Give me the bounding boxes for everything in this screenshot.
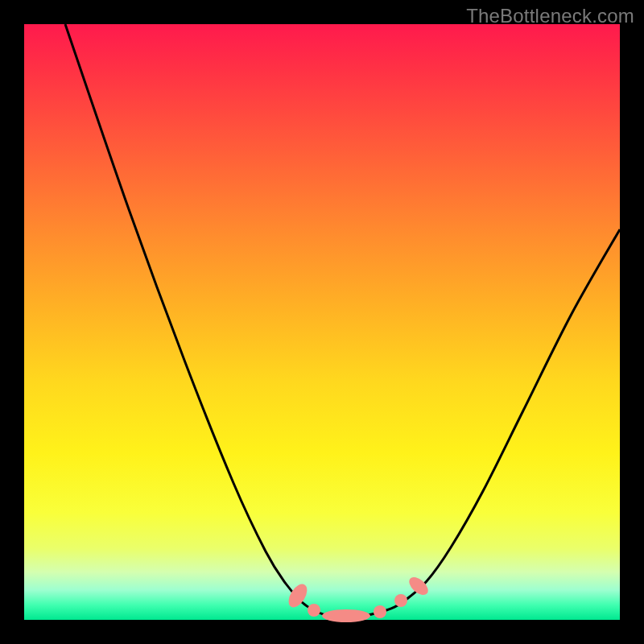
curve-marker (308, 604, 320, 617)
curve-marker (374, 605, 386, 618)
chart-svg (24, 24, 620, 620)
series-curve (65, 24, 620, 617)
curve-marker (394, 594, 407, 607)
plot-area (24, 24, 620, 620)
curve-marker (406, 574, 431, 599)
curve-marker (322, 609, 370, 622)
chart-frame: TheBottleneck.com (0, 0, 644, 644)
